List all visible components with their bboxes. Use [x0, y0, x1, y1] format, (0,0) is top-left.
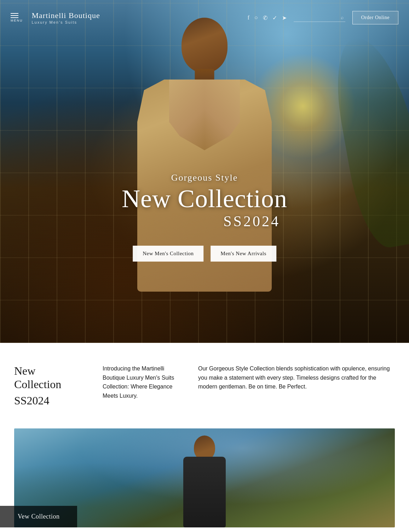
viber-icon[interactable]: ✆	[263, 14, 267, 21]
instagram-icon[interactable]: ○	[254, 14, 258, 21]
menu-button[interactable]: MENU	[11, 13, 23, 22]
hero-subtitle: Gorgeous Style	[122, 173, 287, 183]
nav-left: MENU Martinelli Boutique Luxury Men's Su…	[11, 11, 100, 24]
search-icon: ⌕	[341, 15, 344, 21]
brand-name: Martinelli Boutique	[32, 11, 100, 20]
brand-tagline: Luxury Men's Suits	[32, 20, 100, 24]
new-mens-collection-button[interactable]: New Men's Collection	[133, 246, 203, 262]
brand-block: Martinelli Boutique Luxury Men's Suits	[32, 11, 100, 24]
facebook-icon[interactable]: f	[248, 14, 249, 21]
hero-title: New Collection	[122, 185, 287, 213]
content-title: New Collection	[14, 364, 85, 391]
hero-section: MENU Martinelli Boutique Luxury Men's Su…	[0, 0, 409, 343]
content-column-1: New Collection SS2024	[14, 364, 92, 407]
whatsapp-icon[interactable]: ✓	[272, 14, 277, 21]
view-collection-button[interactable]: Vew Collection	[0, 506, 77, 527]
telegram-icon[interactable]: ➤	[282, 14, 287, 21]
hamburger-icon	[11, 13, 23, 18]
hero-year: SS2024	[122, 213, 287, 230]
mens-new-arrivals-button[interactable]: Men's New Arrivals	[211, 246, 276, 262]
content-section: New Collection SS2024 Introducing the Ma…	[0, 343, 409, 428]
menu-label: MENU	[11, 19, 23, 22]
second-figure	[176, 435, 233, 527]
hero-text-block: Gorgeous Style New Collection SS2024	[122, 173, 287, 230]
content-year: SS2024	[14, 394, 85, 407]
content-column-2: Introducing the Martinelli Boutique Luxu…	[92, 364, 191, 407]
search-bar[interactable]: ⌕	[294, 14, 345, 22]
search-input[interactable]	[295, 15, 338, 20]
content-column-3: Our Gorgeous Style Collection blends sop…	[191, 364, 395, 407]
view-collection-overlay: Vew Collection	[0, 506, 77, 527]
hero-cta-buttons: New Men's Collection Men's New Arrivals	[133, 246, 276, 262]
order-online-button[interactable]: Order Online	[352, 11, 398, 24]
social-icons-group: f ○ ✆ ✓ ➤	[248, 14, 287, 21]
content-description-1: Introducing the Martinelli Boutique Luxu…	[103, 364, 180, 400]
second-figure-body	[183, 457, 226, 527]
content-description-2: Our Gorgeous Style Collection blends sop…	[198, 364, 395, 391]
image-section: Vew Collection	[0, 428, 409, 532]
navbar: MENU Martinelli Boutique Luxury Men's Su…	[0, 0, 409, 35]
nav-right: f ○ ✆ ✓ ➤ ⌕ Order Online	[248, 11, 398, 24]
